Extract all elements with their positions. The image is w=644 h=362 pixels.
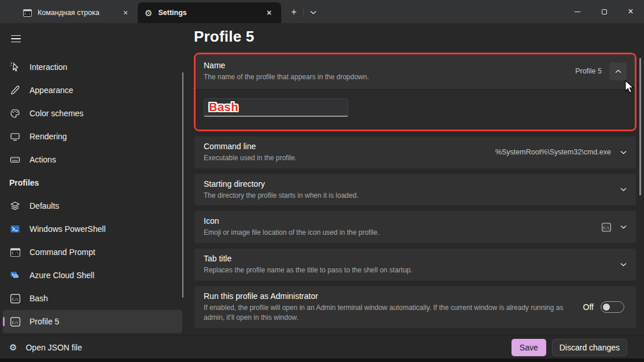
- sidebar-scrollbar[interactable]: [182, 72, 183, 298]
- tab-dropdown-button[interactable]: [305, 4, 321, 20]
- sidebar-item-rendering[interactable]: Rendering: [3, 125, 182, 148]
- name-setting-texts: Name The name of the profile that appear…: [204, 61, 369, 82]
- svg-text:C:\: C:\: [12, 320, 18, 324]
- setting-label: Name: [204, 61, 369, 70]
- sidebar-item-defaults[interactable]: Defaults: [3, 194, 182, 217]
- main-scrollbar[interactable]: [639, 58, 641, 195]
- hamburger-icon: [11, 33, 21, 45]
- toggle-knob: [603, 304, 610, 311]
- profile-icon-preview: C:\: [602, 223, 611, 232]
- sidebar-item-profile-5[interactable]: C:\ Profile 5: [3, 310, 182, 333]
- sidebar-item-label: Rendering: [30, 132, 67, 141]
- sidebar-item-label: Defaults: [30, 201, 59, 210]
- toggle-state-label: Off: [583, 302, 594, 312]
- sidebar-item-label: Interaction: [30, 62, 67, 72]
- chevron-down-icon: [310, 10, 317, 14]
- setting-texts: Tab title Replaces the profile name as t…: [204, 254, 413, 275]
- chevron-down-icon: [620, 187, 627, 191]
- setting-description: Emoji or image file location of the icon…: [204, 228, 380, 238]
- svg-text:C:\: C:\: [24, 12, 31, 16]
- hamburger-menu-button[interactable]: [5, 29, 27, 49]
- name-expander-body: Bash: [196, 90, 635, 130]
- collapse-button[interactable]: [609, 62, 627, 80]
- window-controls: ×: [564, 0, 644, 23]
- close-window-button[interactable]: ×: [617, 0, 644, 23]
- open-json-label: Open JSON file: [25, 343, 82, 352]
- appearance-icon: [9, 84, 21, 96]
- setting-description: The name of the profile that appears in …: [204, 72, 369, 82]
- minimize-icon: [575, 12, 580, 12]
- open-json-file-button[interactable]: ⚙ Open JSON file: [0, 343, 82, 352]
- admin-toggle-group: Off: [583, 301, 624, 313]
- setting-texts: Starting directory The directory the pro…: [204, 179, 358, 201]
- name-setting-card: Name The name of the profile that appear…: [194, 53, 636, 131]
- chevron-up-icon: [615, 69, 621, 73]
- sidebar-item-color-schemes[interactable]: Color schemes: [3, 102, 182, 125]
- setting-texts: Run this profile as Administrator If ena…: [204, 291, 571, 323]
- titlebar: C:\ Командная строка × ⚙ Settings × + ×: [0, 0, 644, 23]
- sidebar-item-command-prompt[interactable]: C:\ Command Prompt: [3, 241, 182, 264]
- tab-label: Командная строка: [38, 9, 113, 17]
- sidebar-nav: Interaction Appearance Color schemes: [0, 56, 185, 333]
- sidebar-item-azure-cloud-shell[interactable]: Azure Cloud Shell: [3, 264, 182, 287]
- icon-row[interactable]: Icon Emoji or image file location of the…: [194, 210, 636, 243]
- command-line-row[interactable]: Command line Executable used in the prof…: [194, 136, 636, 169]
- tab-title-row[interactable]: Tab title Replaces the profile name as t…: [194, 248, 636, 281]
- sidebar-item-label: Actions: [30, 155, 56, 164]
- admin-toggle-switch[interactable]: [601, 301, 624, 313]
- sidebar-item-actions[interactable]: Actions: [3, 148, 182, 171]
- sidebar-item-label: Bash: [30, 294, 48, 303]
- setting-label: Tab title: [204, 254, 413, 263]
- name-input[interactable]: Bash: [204, 98, 348, 117]
- terminal-icon: C:\: [9, 293, 21, 304]
- tab-settings[interactable]: ⚙ Settings ×: [138, 2, 281, 23]
- sidebar-item-appearance[interactable]: Appearance: [3, 79, 182, 102]
- setting-label: Command line: [204, 142, 297, 151]
- footer-actions: Save Discard changes: [511, 339, 644, 356]
- row-right: [620, 263, 627, 267]
- profiles-section-label: Profiles: [0, 171, 185, 194]
- close-icon[interactable]: ×: [119, 6, 132, 19]
- svg-text:C:\: C:\: [12, 251, 19, 256]
- row-right: [620, 187, 627, 191]
- actions-icon: [9, 154, 21, 165]
- window-bottom-edge: [0, 359, 644, 362]
- cmd-icon: C:\: [23, 9, 32, 17]
- run-as-admin-row: Run this profile as Administrator If ena…: [194, 286, 636, 328]
- selection-indicator: [3, 317, 5, 326]
- setting-texts: Command line Executable used in the prof…: [204, 142, 297, 163]
- sidebar-item-label: Color schemes: [30, 109, 83, 118]
- sidebar-item-interaction[interactable]: Interaction: [3, 56, 182, 79]
- setting-description: Replaces the profile name as the title t…: [204, 265, 413, 275]
- new-tab-button[interactable]: +: [286, 4, 302, 20]
- app-body: Interaction Appearance Color schemes: [0, 23, 644, 335]
- gear-icon: ⚙: [9, 343, 17, 352]
- name-input-value: Bash: [209, 101, 238, 114]
- sidebar-item-bash[interactable]: C:\ Bash: [3, 287, 182, 310]
- interaction-icon: [9, 61, 21, 73]
- maximize-button[interactable]: [591, 0, 617, 23]
- setting-value: Profile 5: [575, 67, 602, 75]
- color-schemes-icon: [9, 108, 21, 119]
- settings-sidebar: Interaction Appearance Color schemes: [0, 23, 185, 335]
- name-expander-right: Profile 5: [575, 62, 627, 80]
- save-button[interactable]: Save: [511, 339, 546, 356]
- chevron-down-icon: [620, 150, 627, 154]
- close-icon[interactable]: ×: [263, 6, 275, 19]
- minimize-button[interactable]: [564, 0, 591, 23]
- row-right: C:\: [602, 223, 627, 232]
- setting-description: If enabled, the profile will open in an …: [204, 303, 571, 323]
- name-expander-header[interactable]: Name The name of the profile that appear…: [196, 54, 635, 89]
- row-right: %SystemRoot%\System32\cmd.exe: [495, 148, 627, 156]
- sidebar-item-label: Azure Cloud Shell: [30, 271, 94, 280]
- tab-command-prompt[interactable]: C:\ Командная строка ×: [16, 2, 138, 23]
- discard-changes-button[interactable]: Discard changes: [552, 339, 627, 356]
- terminal-icon: C:\: [9, 316, 21, 327]
- setting-description: Executable used in the profile.: [204, 153, 297, 163]
- sidebar-item-windows-powershell[interactable]: Windows PowerShell: [3, 217, 182, 241]
- tabbar-separator: [303, 7, 304, 17]
- setting-texts: Icon Emoji or image file location of the…: [204, 216, 380, 238]
- svg-text:C:\: C:\: [603, 226, 609, 230]
- settings-main-panel: Profile 5 Name The name of the profile t…: [185, 23, 644, 335]
- starting-directory-row[interactable]: Starting directory The directory the pro…: [194, 173, 636, 206]
